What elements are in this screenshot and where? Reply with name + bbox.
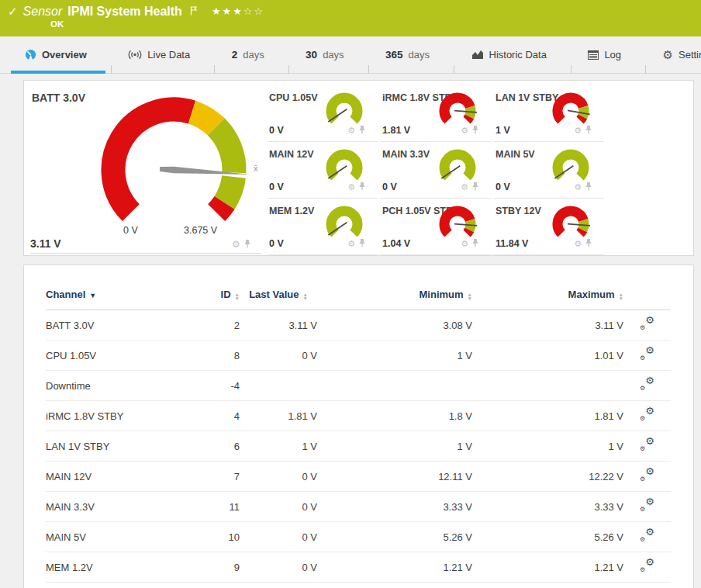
pin-icon[interactable] (472, 123, 478, 137)
tab-2-days[interactable]: 2days (229, 36, 268, 73)
main-gauge-panel: BATT 3.0V x̄ 0 V 3.675 V 3.11 V ⚙ (24, 81, 268, 255)
priority-stars[interactable]: ★★★☆☆ (212, 5, 264, 17)
tab-30-days[interactable]: 30days (302, 36, 347, 73)
pin-icon[interactable] (359, 123, 365, 137)
mini-gauge-title: MAIN 3.3V (382, 149, 430, 160)
gear-icon[interactable]: ⚙ (347, 126, 355, 135)
cell-channel: PCH 1.05V STBY (46, 583, 181, 588)
main-gauge-value: 3.11 V (30, 237, 61, 250)
edit-channel-icon[interactable]: ⚙⚙ (640, 378, 654, 391)
edit-channel-icon[interactable]: ⚙⚙ (640, 499, 654, 512)
tab-365-days[interactable]: 365days (382, 36, 433, 73)
tab-label: Log (604, 49, 621, 61)
tab-label: days (409, 49, 430, 61)
mini-gauge-panel-irmc-1-8v-stby: iRMC 1.8V STBY1.81 V⚙ (381, 85, 491, 142)
cell-minimum: 12.11 V (317, 462, 472, 492)
gauge-scale-min: 0 V (123, 225, 138, 236)
column-label: Channel (46, 289, 85, 300)
cell-channel: iRMC 1.8V STBY (46, 401, 181, 431)
tab-number: 365 (385, 49, 403, 61)
gear-icon[interactable]: ⚙ (574, 183, 582, 192)
main-gauge (86, 90, 264, 247)
gear-icon[interactable]: ⚙ (574, 240, 582, 248)
gear-icon: ⚙ (663, 49, 673, 61)
tab-historic-data[interactable]: Historic Data (468, 36, 550, 73)
table-row-batt-3-0v: BATT 3.0V23.11 V3.08 V3.11 V⚙⚙ (46, 310, 671, 341)
priority-flag-icon[interactable] (190, 5, 197, 19)
cell-maximum: 1.21 V (472, 552, 623, 583)
gear-icon[interactable]: ⚙ (347, 183, 355, 192)
mini-gauge-value: 1 V (496, 125, 510, 136)
mini-gauge-grid: CPU 1.05V0 V⚙iRMC 1.8V STBY1.81 V⚙LAN 1V… (268, 81, 607, 255)
sort-arrows-icon: ▲▼ (468, 292, 472, 300)
tab-log[interactable]: Log (585, 36, 624, 73)
table-header-channel[interactable]: Channel▼ (46, 289, 181, 310)
mini-gauge-title: MAIN 12V (269, 149, 314, 160)
pin-icon[interactable] (359, 180, 365, 194)
sorted-caret-icon: ▼ (89, 292, 96, 299)
cell-minimum: 1.21 V (317, 552, 472, 583)
tab-label: days (243, 49, 264, 61)
mini-gauge-panel-main-3-3v: MAIN 3.3V0 V⚙ (381, 142, 491, 199)
gear-icon[interactable]: ⚙ (461, 240, 468, 248)
pin-icon[interactable] (472, 237, 478, 251)
edit-channel-icon[interactable]: ⚙⚙ (640, 438, 654, 451)
cell-edit: ⚙⚙ (623, 522, 671, 552)
cell-channel: MAIN 3.3V (46, 492, 181, 522)
gear-icon[interactable]: ⚙ (232, 240, 240, 249)
cell-channel: MEM 1.2V (46, 552, 181, 583)
table-row-lan-1v-stby: LAN 1V STBY61 V1 V1 V⚙⚙ (46, 431, 671, 462)
tab-overview[interactable]: Overview (22, 36, 90, 73)
mini-gauge-panel-mem-1-2v: MEM 1.2V0 V⚙ (268, 199, 378, 255)
mini-gauge-panel-pch-1-05v-stby: PCH 1.05V STBY1.04 V⚙ (381, 199, 491, 255)
edit-channel-icon[interactable]: ⚙⚙ (640, 529, 654, 542)
table-row-irmc-1-8v-stby: iRMC 1.8V STBY41.81 V1.8 V1.81 V⚙⚙ (46, 401, 671, 431)
edit-channel-icon[interactable]: ⚙⚙ (640, 408, 654, 421)
table-header-max[interactable]: Maximum▲▼ (472, 289, 623, 310)
column-label: ID (221, 289, 231, 300)
table-row-main-5v: MAIN 5V100 V5.26 V5.26 V⚙⚙ (46, 522, 671, 552)
tab-live-data[interactable]: Live Data (125, 36, 193, 73)
gear-icon[interactable]: ⚙ (574, 126, 582, 135)
cell-maximum: 5.26 V (472, 522, 623, 552)
cell-id: -4 (181, 371, 240, 401)
cell-maximum: 1.05 V (472, 583, 623, 588)
pin-icon[interactable] (585, 123, 592, 137)
mini-gauge-value: 1.81 V (382, 125, 410, 136)
pin-icon[interactable] (359, 237, 365, 251)
tab-bar: OverviewLive Data2days30days365daysHisto… (0, 36, 701, 74)
cell-id: 2 (181, 310, 240, 341)
sensor-header: ✓ Sensor IPMI System Health ★★★☆☆ OK (0, 0, 701, 36)
gear-icon[interactable]: ⚙ (461, 126, 468, 135)
tab-settings[interactable]: ⚙Settings (660, 36, 701, 73)
cell-edit: ⚙⚙ (623, 462, 671, 492)
edit-channel-icon[interactable]: ⚙⚙ (640, 559, 654, 572)
edit-channel-icon[interactable]: ⚙⚙ (640, 317, 654, 330)
gear-icon[interactable]: ⚙ (461, 183, 468, 192)
pin-icon[interactable] (244, 237, 250, 251)
table-header-last[interactable]: Last Value▲▼ (240, 289, 317, 310)
edit-channel-icon[interactable]: ⚙⚙ (640, 469, 654, 482)
cell-last-value (240, 371, 317, 401)
mini-gauge-panel-main-12v: MAIN 12V0 V⚙ (268, 142, 378, 199)
cell-edit: ⚙⚙ (623, 401, 671, 431)
table-header-row: Channel▼ID▲▼Last Value▲▼Minimum▲▼Maximum… (46, 289, 671, 310)
table-header-min[interactable]: Minimum▲▼ (317, 289, 472, 310)
cell-maximum: 1 V (472, 431, 623, 462)
cell-minimum: 1 V (317, 431, 472, 462)
table-header-id[interactable]: ID▲▼ (181, 289, 240, 310)
table-row-pch-1-05v-stby: PCH 1.05V STBY51.04 V1.04 V1.05 V⚙⚙ (46, 583, 671, 588)
tab-label: Overview (42, 49, 87, 61)
gauge-scale-max: 3.675 V (184, 225, 217, 236)
mini-gauge-value: 0 V (269, 125, 284, 136)
object-kind-label: Sensor (23, 5, 63, 19)
sort-arrows-icon: ▲▼ (302, 292, 307, 300)
pin-icon[interactable] (585, 180, 592, 194)
gauge-icon (25, 49, 36, 61)
gear-icon[interactable]: ⚙ (347, 240, 355, 248)
pin-icon[interactable] (585, 237, 592, 251)
pin-icon[interactable] (472, 180, 478, 194)
cell-edit: ⚙⚙ (623, 552, 671, 583)
tab-number: 2 (232, 49, 238, 61)
edit-channel-icon[interactable]: ⚙⚙ (640, 348, 654, 361)
